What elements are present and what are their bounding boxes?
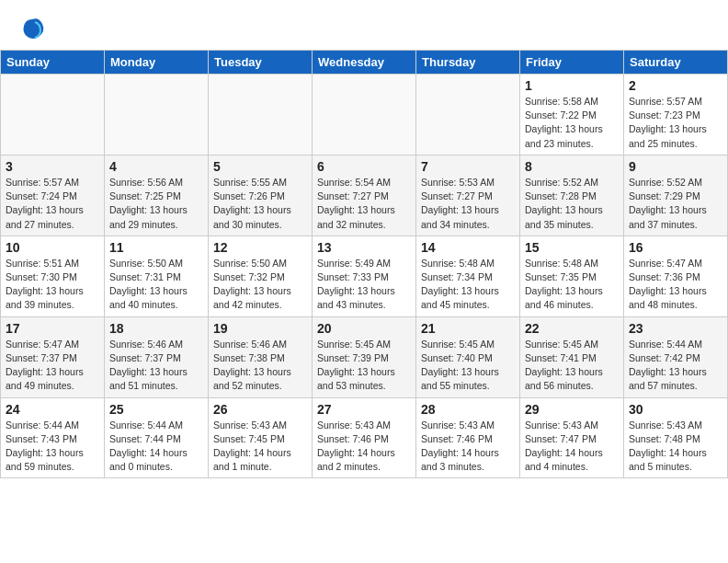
calendar-table: SundayMondayTuesdayWednesdayThursdayFrid… [0,50,728,478]
calendar-cell [209,75,313,155]
calendar-cell: 3Sunrise: 5:57 AMSunset: 7:24 PMDaylight… [1,155,105,236]
day-number: 14 [421,240,515,255]
day-info: Sunrise: 5:53 AMSunset: 7:27 PMDaylight:… [421,176,515,232]
calendar-cell: 19Sunrise: 5:46 AMSunset: 7:38 PMDayligh… [209,316,313,397]
day-number: 2 [629,78,722,93]
calendar-cell: 29Sunrise: 5:43 AMSunset: 7:47 PMDayligh… [520,397,624,478]
day-number: 17 [6,321,99,336]
calendar-cell: 16Sunrise: 5:47 AMSunset: 7:36 PMDayligh… [624,236,728,316]
weekday-header-wednesday: Wednesday [313,51,416,75]
weekday-header-sunday: Sunday [1,51,105,75]
day-number: 22 [525,321,619,336]
day-number: 3 [6,159,99,174]
calendar-cell: 21Sunrise: 5:45 AMSunset: 7:40 PMDayligh… [416,316,520,397]
calendar-cell: 25Sunrise: 5:44 AMSunset: 7:44 PMDayligh… [105,397,209,478]
calendar-cell [105,75,209,155]
calendar-cell: 23Sunrise: 5:44 AMSunset: 7:42 PMDayligh… [624,316,728,397]
weekday-header-tuesday: Tuesday [209,51,313,75]
day-number: 25 [109,402,203,417]
calendar-cell: 7Sunrise: 5:53 AMSunset: 7:27 PMDaylight… [416,155,520,236]
logo [18,15,50,42]
day-number: 27 [317,402,411,417]
calendar-cell: 10Sunrise: 5:51 AMSunset: 7:30 PMDayligh… [1,236,105,316]
day-info: Sunrise: 5:50 AMSunset: 7:31 PMDaylight:… [109,257,203,313]
day-number: 11 [109,240,203,255]
day-number: 26 [213,402,307,417]
day-number: 28 [421,402,515,417]
day-info: Sunrise: 5:52 AMSunset: 7:28 PMDaylight:… [525,176,619,232]
calendar-cell: 27Sunrise: 5:43 AMSunset: 7:46 PMDayligh… [313,397,416,478]
day-info: Sunrise: 5:48 AMSunset: 7:34 PMDaylight:… [421,257,515,313]
day-info: Sunrise: 5:52 AMSunset: 7:29 PMDaylight:… [629,176,722,232]
day-info: Sunrise: 5:43 AMSunset: 7:46 PMDaylight:… [421,419,515,475]
day-info: Sunrise: 5:58 AMSunset: 7:22 PMDaylight:… [525,95,619,151]
calendar-cell: 4Sunrise: 5:56 AMSunset: 7:25 PMDaylight… [105,155,209,236]
day-info: Sunrise: 5:54 AMSunset: 7:27 PMDaylight:… [317,176,411,232]
day-info: Sunrise: 5:50 AMSunset: 7:32 PMDaylight:… [213,257,307,313]
day-info: Sunrise: 5:46 AMSunset: 7:37 PMDaylight:… [109,338,203,394]
logo-icon [18,15,46,42]
calendar-cell: 17Sunrise: 5:47 AMSunset: 7:37 PMDayligh… [1,316,105,397]
day-info: Sunrise: 5:44 AMSunset: 7:43 PMDaylight:… [6,419,99,475]
calendar-cell: 20Sunrise: 5:45 AMSunset: 7:39 PMDayligh… [313,316,416,397]
calendar-cell: 22Sunrise: 5:45 AMSunset: 7:41 PMDayligh… [520,316,624,397]
day-number: 18 [109,321,203,336]
weekday-header-friday: Friday [520,51,624,75]
day-info: Sunrise: 5:48 AMSunset: 7:35 PMDaylight:… [525,257,619,313]
day-number: 20 [317,321,411,336]
calendar-cell: 28Sunrise: 5:43 AMSunset: 7:46 PMDayligh… [416,397,520,478]
day-number: 4 [109,159,203,174]
day-number: 13 [317,240,411,255]
day-number: 9 [629,159,722,174]
calendar-cell: 9Sunrise: 5:52 AMSunset: 7:29 PMDaylight… [624,155,728,236]
day-info: Sunrise: 5:44 AMSunset: 7:44 PMDaylight:… [109,419,203,475]
day-number: 7 [421,159,515,174]
day-info: Sunrise: 5:45 AMSunset: 7:40 PMDaylight:… [421,338,515,394]
calendar-cell: 30Sunrise: 5:43 AMSunset: 7:48 PMDayligh… [624,397,728,478]
day-number: 12 [213,240,307,255]
day-info: Sunrise: 5:44 AMSunset: 7:42 PMDaylight:… [629,338,722,394]
weekday-header-monday: Monday [105,51,209,75]
day-number: 8 [525,159,619,174]
day-number: 30 [629,402,722,417]
day-info: Sunrise: 5:43 AMSunset: 7:45 PMDaylight:… [213,419,307,475]
day-info: Sunrise: 5:49 AMSunset: 7:33 PMDaylight:… [317,257,411,313]
day-info: Sunrise: 5:43 AMSunset: 7:48 PMDaylight:… [629,419,722,475]
day-info: Sunrise: 5:43 AMSunset: 7:47 PMDaylight:… [525,419,619,475]
day-info: Sunrise: 5:55 AMSunset: 7:26 PMDaylight:… [213,176,307,232]
calendar-cell: 26Sunrise: 5:43 AMSunset: 7:45 PMDayligh… [209,397,313,478]
calendar-cell: 13Sunrise: 5:49 AMSunset: 7:33 PMDayligh… [313,236,416,316]
day-info: Sunrise: 5:46 AMSunset: 7:38 PMDaylight:… [213,338,307,394]
day-info: Sunrise: 5:43 AMSunset: 7:46 PMDaylight:… [317,419,411,475]
calendar-cell: 1Sunrise: 5:58 AMSunset: 7:22 PMDaylight… [520,75,624,155]
weekday-header-saturday: Saturday [624,51,728,75]
day-info: Sunrise: 5:47 AMSunset: 7:36 PMDaylight:… [629,257,722,313]
calendar-cell: 14Sunrise: 5:48 AMSunset: 7:34 PMDayligh… [416,236,520,316]
calendar-cell: 2Sunrise: 5:57 AMSunset: 7:23 PMDaylight… [624,75,728,155]
day-number: 21 [421,321,515,336]
day-number: 23 [629,321,722,336]
day-number: 29 [525,402,619,417]
day-info: Sunrise: 5:57 AMSunset: 7:23 PMDaylight:… [629,95,722,151]
calendar-cell [416,75,520,155]
day-number: 10 [6,240,99,255]
calendar-cell: 24Sunrise: 5:44 AMSunset: 7:43 PMDayligh… [1,397,105,478]
day-info: Sunrise: 5:45 AMSunset: 7:39 PMDaylight:… [317,338,411,394]
day-number: 24 [6,402,99,417]
calendar-cell [1,75,105,155]
day-number: 15 [525,240,619,255]
calendar-cell: 15Sunrise: 5:48 AMSunset: 7:35 PMDayligh… [520,236,624,316]
calendar-cell: 18Sunrise: 5:46 AMSunset: 7:37 PMDayligh… [105,316,209,397]
calendar-cell: 11Sunrise: 5:50 AMSunset: 7:31 PMDayligh… [105,236,209,316]
weekday-header-thursday: Thursday [416,51,520,75]
day-number: 16 [629,240,722,255]
day-number: 19 [213,321,307,336]
day-info: Sunrise: 5:45 AMSunset: 7:41 PMDaylight:… [525,338,619,394]
day-info: Sunrise: 5:56 AMSunset: 7:25 PMDaylight:… [109,176,203,232]
calendar-cell: 12Sunrise: 5:50 AMSunset: 7:32 PMDayligh… [209,236,313,316]
calendar-cell: 5Sunrise: 5:55 AMSunset: 7:26 PMDaylight… [209,155,313,236]
calendar-cell [313,75,416,155]
day-number: 1 [525,78,619,93]
calendar-cell: 6Sunrise: 5:54 AMSunset: 7:27 PMDaylight… [313,155,416,236]
day-info: Sunrise: 5:57 AMSunset: 7:24 PMDaylight:… [6,176,99,232]
